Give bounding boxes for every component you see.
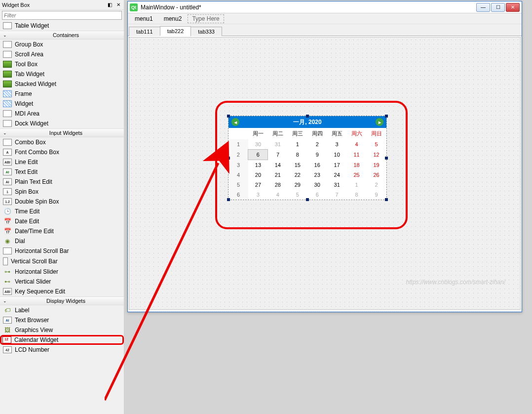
filter-input[interactable] <box>2 11 122 20</box>
calendar-day[interactable]: 31 <box>327 180 347 190</box>
calendar-day[interactable]: 11 <box>347 150 367 160</box>
widget-key-sequence-edit[interactable]: ABIKey Sequence Edit <box>0 287 124 296</box>
widget-horizontal-scroll-bar[interactable]: Horizontal Scroll Bar <box>0 246 124 256</box>
calendar-day[interactable]: 2 <box>367 180 386 190</box>
widget-graphics-view[interactable]: 🖼Graphics View <box>0 325 124 335</box>
maximize-button[interactable]: ☐ <box>491 3 505 12</box>
widget-plain-text-edit[interactable]: AIPlain Text Edit <box>0 177 124 187</box>
widget-vertical-scroll-bar[interactable]: Vertical Scroll Bar <box>0 256 124 267</box>
widget-font-combo-box[interactable]: AFont Combo Box <box>0 147 124 157</box>
widget-group-box[interactable]: Group Box <box>0 40 124 49</box>
form-canvas[interactable]: ◂ 一月, 2020 ▸ 周一周二周三周四周五周六周日 130311234526… <box>129 37 521 310</box>
close-button[interactable]: ✕ <box>506 3 520 12</box>
widget-lcd-number[interactable]: 42LCD Number <box>0 345 124 355</box>
menu-menu2[interactable]: menu2 <box>159 14 187 23</box>
calendar-widget[interactable]: ◂ 一月, 2020 ▸ 周一周二周三周四周五周六周日 130311234526… <box>228 116 387 200</box>
calendar-day[interactable]: 7 <box>268 150 288 160</box>
widget-double-spin-box[interactable]: 1.2Double Spin Box <box>0 197 124 207</box>
widget-stacked-widget[interactable]: Stacked Widget <box>0 79 124 89</box>
tab-tab222[interactable]: tab222 <box>160 26 191 36</box>
calendar-day[interactable]: 25 <box>347 170 367 180</box>
widget-combo-box[interactable]: Combo Box <box>0 137 124 147</box>
calendar-day[interactable]: 28 <box>268 180 288 190</box>
next-month-button[interactable]: ▸ <box>376 118 383 126</box>
calendar-day[interactable]: 8 <box>288 150 307 160</box>
calendar-day[interactable]: 9 <box>367 190 386 200</box>
tab-tab111[interactable]: tab111 <box>129 27 160 36</box>
calendar-day[interactable]: 20 <box>248 170 268 180</box>
calendar-day[interactable]: 4 <box>347 139 367 150</box>
calendar-day[interactable]: 13 <box>248 160 268 170</box>
widget-widget[interactable]: Widget <box>0 99 124 109</box>
calendar-day[interactable]: 4 <box>268 190 288 200</box>
widget-text-browser[interactable]: AIText Browser <box>0 315 124 325</box>
tab-tab333[interactable]: tab333 <box>190 27 222 36</box>
calendar-day[interactable]: 15 <box>288 160 307 170</box>
prev-month-button[interactable]: ◂ <box>231 118 239 126</box>
calendar-day[interactable]: 10 <box>327 150 347 160</box>
widget-table-widget[interactable]: Table Widget <box>0 21 124 31</box>
calendar-day[interactable]: 21 <box>268 170 288 180</box>
calendar-day[interactable]: 12 <box>367 150 386 160</box>
resize-handle[interactable] <box>385 115 388 118</box>
widget-dial[interactable]: ◉Dial <box>0 236 124 246</box>
widget-horizontal-slider[interactable]: ⊶Horizontal Slider <box>0 267 124 277</box>
widget-line-edit[interactable]: ABILine Edit <box>0 157 124 167</box>
calendar-day[interactable]: 9 <box>307 150 327 160</box>
close-icon[interactable]: ✕ <box>115 1 122 8</box>
widget-text-edit[interactable]: AIText Edit <box>0 167 124 177</box>
widget-vertical-slider[interactable]: ⊷Vertical Slider <box>0 277 124 287</box>
calendar-day[interactable]: 30 <box>307 180 327 190</box>
widget-mdi-area[interactable]: MDI Area <box>0 109 124 119</box>
widget-tree[interactable]: Table Widget ⌄Containers Group Box Scrol… <box>0 21 124 414</box>
widget-spin-box[interactable]: 1Spin Box <box>0 187 124 197</box>
calendar-day[interactable]: 29 <box>288 180 307 190</box>
calendar-day[interactable]: 1 <box>288 139 307 150</box>
calendar-day[interactable]: 30 <box>248 139 268 150</box>
calendar-day[interactable]: 19 <box>367 160 386 170</box>
resize-handle[interactable] <box>227 115 230 118</box>
form-area[interactable]: ◂ 一月, 2020 ▸ 周一周二周三周四周五周六周日 130311234526… <box>128 36 522 311</box>
calendar-month-year[interactable]: 一月, 2020 <box>293 118 321 126</box>
menu-menu1[interactable]: menu1 <box>130 14 158 23</box>
widget-scroll-area[interactable]: Scroll Area <box>0 49 124 59</box>
resize-handle[interactable] <box>306 115 309 118</box>
widget-dock-widget[interactable]: Dock Widget <box>0 119 124 128</box>
calendar-day[interactable]: 31 <box>268 139 288 150</box>
widget-tab-widget[interactable]: Tab Widget <box>0 69 124 79</box>
calendar-day[interactable]: 7 <box>327 190 347 200</box>
calendar-day[interactable]: 27 <box>248 180 268 190</box>
resize-handle[interactable] <box>227 198 230 201</box>
menu-type-here[interactable]: Type Here <box>188 14 224 23</box>
widget-tool-box[interactable]: Tool Box <box>0 59 124 69</box>
calendar-day[interactable]: 24 <box>327 170 347 180</box>
section-input-widgets[interactable]: ⌄Input Widgets <box>0 128 124 137</box>
resize-handle[interactable] <box>227 157 230 160</box>
calendar-day[interactable]: 5 <box>288 190 307 200</box>
resize-handle[interactable] <box>306 198 309 201</box>
minimize-button[interactable]: — <box>476 3 490 12</box>
widget-time-edit[interactable]: 🕒Time Edit <box>0 207 124 216</box>
calendar-day[interactable]: 16 <box>307 160 327 170</box>
calendar-day[interactable]: 14 <box>268 160 288 170</box>
calendar-day[interactable]: 17 <box>327 160 347 170</box>
calendar-day[interactable]: 5 <box>367 139 386 150</box>
section-containers[interactable]: ⌄Containers <box>0 31 124 40</box>
resize-handle[interactable] <box>385 198 388 201</box>
calendar-day[interactable]: 18 <box>347 160 367 170</box>
resize-handle[interactable] <box>385 157 388 160</box>
widget-calendar-widget[interactable]: Calendar Widget <box>0 335 124 345</box>
calendar-day[interactable]: 23 <box>307 170 327 180</box>
widget-date-time-edit[interactable]: 📅Date/Time Edit <box>0 226 124 236</box>
calendar-day[interactable]: 22 <box>288 170 307 180</box>
calendar-day[interactable]: 6 <box>307 190 327 200</box>
calendar-day[interactable]: 26 <box>367 170 386 180</box>
calendar-day[interactable]: 8 <box>347 190 367 200</box>
calendar-day[interactable]: 2 <box>307 139 327 150</box>
calendar-day[interactable]: 6 <box>248 150 268 160</box>
calendar-day[interactable]: 3 <box>248 190 268 200</box>
calendar-day[interactable]: 3 <box>327 139 347 150</box>
widget-label[interactable]: 🏷Label <box>0 305 124 315</box>
widget-date-edit[interactable]: 📅Date Edit <box>0 216 124 226</box>
widget-frame[interactable]: Frame <box>0 89 124 99</box>
